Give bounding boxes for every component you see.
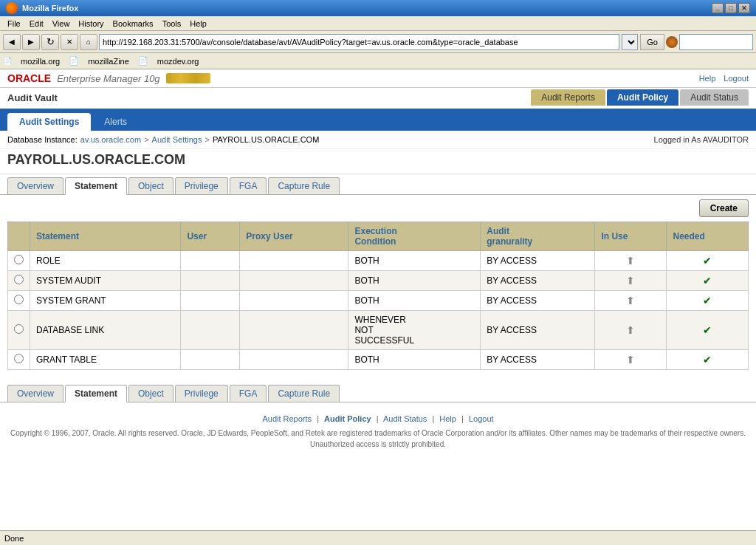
em-text: Enterprise Manager 10g — [57, 73, 159, 84]
row-radio[interactable] — [14, 324, 24, 334]
help-link[interactable]: Help — [699, 74, 716, 83]
tab-overview[interactable]: Overview — [7, 177, 63, 194]
col-user[interactable]: User — [181, 222, 240, 251]
in-use-arrow[interactable]: ⬆ — [626, 295, 635, 306]
row-radio[interactable] — [14, 354, 24, 363]
page-footer: Audit Reports | Audit Policy | Audit Sta… — [0, 402, 756, 453]
row-in-use: ⬆ — [595, 311, 667, 350]
row-exec-condition: BOTH — [348, 350, 481, 370]
logout-link[interactable]: Logout — [724, 74, 749, 83]
needed-checkmark: ✔ — [703, 295, 712, 306]
audit-reports-tab[interactable]: Audit Reports — [531, 89, 605, 106]
reload-button[interactable]: ↻ — [41, 34, 59, 50]
in-use-arrow[interactable]: ⬆ — [626, 354, 635, 366]
row-exec-condition: BOTH — [348, 251, 481, 271]
tab-fga[interactable]: FGA — [230, 177, 267, 194]
maximize-button[interactable]: □ — [725, 3, 737, 13]
breadcrumb: Database Instance: av.us.oracle.com > Au… — [0, 131, 756, 149]
tab-privilege[interactable]: Privilege — [175, 177, 228, 194]
row-user — [181, 251, 240, 271]
forward-button[interactable]: ▶ — [22, 34, 40, 50]
row-audit-gran: BY ACCESS — [481, 251, 595, 271]
back-button[interactable]: ◀ — [3, 34, 21, 50]
row-exec-condition: BOTH — [348, 271, 481, 291]
menu-file[interactable]: File — [3, 18, 25, 30]
tab-object[interactable]: Object — [128, 177, 173, 194]
row-radio[interactable] — [14, 255, 24, 264]
audit-policy-tab[interactable]: Audit Policy — [607, 89, 678, 106]
audit-settings-link[interactable]: Audit Settings — [152, 135, 202, 144]
col-proxy-user[interactable]: Proxy User — [240, 222, 348, 251]
tab-statement[interactable]: Statement — [65, 177, 127, 195]
menu-bookmarks[interactable]: Bookmarks — [109, 18, 158, 30]
menu-tools[interactable]: Tools — [158, 18, 186, 30]
alerts-main-tab[interactable]: Alerts — [92, 113, 139, 131]
needed-checkmark: ✔ — [703, 255, 712, 267]
footer-logout[interactable]: Logout — [469, 414, 494, 423]
address-dropdown[interactable] — [622, 34, 638, 50]
table-header-row: Statement User Proxy User ExecutionCondi… — [8, 222, 749, 251]
browser-title-bar: Mozilla Firefox _ □ ✕ — [0, 0, 756, 16]
footer-tab-object[interactable]: Object — [128, 385, 173, 402]
in-use-arrow[interactable]: ⬆ — [626, 324, 635, 336]
in-use-arrow[interactable]: ⬆ — [626, 255, 635, 267]
footer-audit-policy[interactable]: Audit Policy — [324, 414, 371, 423]
data-table-container: Statement User Proxy User ExecutionCondi… — [0, 222, 756, 370]
bookmark-page-icon: 📄 — [3, 57, 12, 65]
minimize-button[interactable]: _ — [712, 3, 724, 13]
address-bar[interactable] — [99, 34, 619, 50]
row-select-cell — [8, 271, 30, 291]
bookmark-mozillazine[interactable]: mozillaZine — [88, 57, 129, 66]
row-radio[interactable] — [14, 295, 24, 304]
search-input[interactable] — [679, 34, 753, 50]
footer-tab-capture-rule[interactable]: Capture Rule — [268, 385, 340, 402]
audit-settings-main-tab[interactable]: Audit Settings — [7, 113, 91, 131]
menu-help[interactable]: Help — [185, 18, 211, 30]
footer-audit-reports[interactable]: Audit Reports — [262, 414, 312, 423]
breadcrumb-sep-1: > — [144, 135, 148, 144]
col-exec-condition[interactable]: ExecutionCondition — [348, 222, 481, 251]
in-use-arrow[interactable]: ⬆ — [626, 275, 635, 287]
home-button[interactable]: ⌂ — [80, 34, 97, 50]
db-instance-label: Database Instance: — [7, 135, 78, 144]
close-button[interactable]: ✕ — [738, 3, 750, 13]
create-button[interactable]: Create — [699, 199, 749, 217]
footer-help[interactable]: Help — [439, 414, 456, 423]
col-audit-gran[interactable]: Auditgranurality — [481, 222, 595, 251]
bookmark-icon-2: 📄 — [138, 56, 148, 66]
footer-tab-privilege[interactable]: Privilege — [175, 385, 228, 402]
footer-audit-status[interactable]: Audit Status — [383, 414, 427, 423]
col-statement[interactable]: Statement — [30, 222, 181, 251]
db-instance-link[interactable]: av.us.oracle.com — [80, 135, 141, 144]
bookmark-mozdev[interactable]: mozdev.org — [157, 57, 199, 66]
needed-checkmark: ✔ — [703, 354, 712, 366]
menu-history[interactable]: History — [74, 18, 108, 30]
row-select-cell — [8, 251, 30, 271]
row-needed: ✔ — [667, 251, 749, 271]
menu-view[interactable]: View — [48, 18, 75, 30]
footer-tab-fga[interactable]: FGA — [230, 385, 267, 402]
row-user — [181, 311, 240, 350]
bookmark-mozilla[interactable]: mozilla.org — [21, 57, 60, 66]
main-tabs: Audit Settings Alerts — [0, 110, 756, 131]
row-radio[interactable] — [14, 275, 24, 284]
col-in-use[interactable]: In Use — [595, 222, 667, 251]
row-select-cell — [8, 291, 30, 311]
col-needed[interactable]: Needed — [667, 222, 749, 251]
browser-toolbar: ◀ ▶ ↻ ✕ ⌂ Go — [0, 31, 756, 53]
row-statement: SYSTEM GRANT — [30, 291, 181, 311]
menu-edit[interactable]: Edit — [25, 18, 48, 30]
needed-checkmark: ✔ — [703, 275, 712, 287]
audit-status-tab[interactable]: Audit Status — [680, 89, 749, 106]
footer-tab-overview[interactable]: Overview — [7, 385, 63, 402]
col-select — [8, 222, 30, 251]
row-proxy-user — [240, 350, 348, 370]
footer-tab-statement[interactable]: Statement — [65, 385, 127, 402]
stop-button[interactable]: ✕ — [61, 34, 78, 50]
breadcrumb-sep-2: > — [205, 135, 209, 144]
search-engine-icon — [666, 36, 678, 48]
tab-capture-rule[interactable]: Capture Rule — [268, 177, 340, 194]
go-button[interactable]: Go — [640, 34, 664, 50]
bookmark-icon-1: 📄 — [69, 56, 79, 66]
row-audit-gran: BY ACCESS — [481, 271, 595, 291]
